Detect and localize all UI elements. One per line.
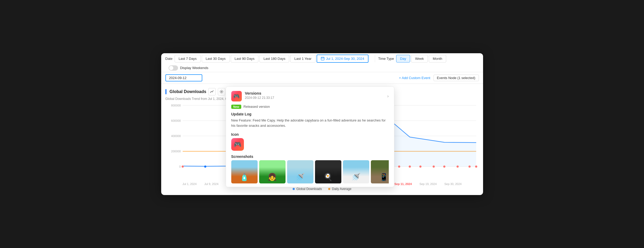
svg-point-37 bbox=[432, 166, 435, 168]
display-weekends-label: Display Weekends bbox=[180, 66, 208, 70]
svg-point-41 bbox=[475, 166, 477, 168]
popup-badges: New Released version bbox=[231, 105, 389, 109]
svg-point-36 bbox=[419, 166, 421, 168]
svg-text:200000: 200000 bbox=[171, 150, 181, 153]
icon-section-title: Icon bbox=[231, 132, 389, 137]
legend-dot-average bbox=[328, 188, 330, 190]
divider bbox=[375, 55, 375, 62]
add-custom-event-button[interactable]: + Add Custom Event bbox=[399, 76, 430, 80]
screenshots-row bbox=[231, 160, 389, 183]
popup-title: Versions bbox=[245, 91, 384, 95]
legend-daily-average: Daily Average bbox=[328, 187, 351, 191]
app-icon bbox=[231, 91, 242, 101]
svg-text:400000: 400000 bbox=[171, 134, 181, 138]
badge-new: New bbox=[231, 105, 242, 109]
tab-180d[interactable]: Last 180 Days bbox=[259, 55, 289, 62]
second-bar: + Add Custom Event Events Node (1 select… bbox=[161, 72, 483, 84]
chevron-right-icon: › bbox=[387, 94, 389, 99]
chart-legend: Global Downloads Daily Average bbox=[165, 187, 479, 193]
tab-7d[interactable]: Last 7 Days bbox=[175, 55, 201, 62]
date-input[interactable] bbox=[165, 74, 202, 81]
svg-point-38 bbox=[443, 166, 445, 168]
screenshot-4 bbox=[315, 160, 341, 183]
svg-text:600000: 600000 bbox=[171, 119, 181, 122]
line-chart-icon bbox=[210, 90, 214, 94]
update-log-text: New Feature: Feed Me Capy. Help the ador… bbox=[231, 118, 389, 129]
screenshot-3 bbox=[287, 160, 313, 183]
chart-line-icon-button[interactable] bbox=[208, 88, 216, 95]
icon-preview bbox=[231, 138, 244, 151]
display-weekends-toggle-container: Display Weekends bbox=[169, 65, 208, 71]
svg-text:800000: 800000 bbox=[171, 104, 181, 107]
svg-point-4 bbox=[221, 91, 222, 92]
time-type-month[interactable]: Month bbox=[429, 55, 446, 62]
chart-title: Global Downloads bbox=[170, 89, 207, 94]
screenshots-title: Screenshots bbox=[231, 154, 389, 159]
svg-text:0: 0 bbox=[179, 165, 181, 168]
screenshot-1 bbox=[231, 160, 258, 183]
screenshot-6 bbox=[371, 160, 389, 183]
time-type-label: Time Type bbox=[378, 57, 394, 61]
legend-label-average: Daily Average bbox=[332, 187, 351, 191]
svg-point-39 bbox=[456, 166, 459, 168]
update-log-title: Update Log bbox=[231, 112, 389, 116]
x-label-11: Sep 30, 2024 bbox=[444, 182, 461, 186]
date-range-label: Jul 1, 2024-Sep 30, 2024 bbox=[326, 57, 364, 61]
right-actions: + Add Custom Event Events Node (1 select… bbox=[399, 75, 479, 81]
x-label-1: Jul 9, 2024 bbox=[204, 182, 218, 186]
svg-point-40 bbox=[468, 166, 470, 168]
popup-date: 2024-09-12 21:33:17 bbox=[245, 96, 384, 100]
chart-settings-icon-button[interactable] bbox=[218, 88, 225, 95]
legend-global-downloads: Global Downloads bbox=[293, 187, 322, 191]
x-label-0: Jul 1, 2024 bbox=[183, 182, 197, 186]
events-node-button[interactable]: Events Node (1 selected) bbox=[434, 75, 479, 81]
date-range-button[interactable]: Jul 1, 2024-Sep 30, 2024 bbox=[317, 55, 368, 63]
screenshot-2 bbox=[259, 160, 286, 183]
screenshot-5 bbox=[343, 160, 369, 183]
popup-header-row: Versions 2024-09-12 21:33:17 › bbox=[231, 91, 389, 101]
icon-section: Icon bbox=[231, 132, 389, 151]
settings-icon bbox=[219, 90, 224, 94]
versions-popup[interactable]: Versions 2024-09-12 21:33:17 › New Relea… bbox=[226, 86, 394, 187]
x-label-10: Sep 19, 2024 bbox=[419, 182, 436, 186]
display-weekends-toggle[interactable] bbox=[169, 65, 178, 71]
calendar-icon bbox=[321, 57, 325, 60]
svg-point-34 bbox=[398, 166, 400, 168]
badge-released: Released version bbox=[243, 105, 270, 109]
svg-rect-0 bbox=[321, 57, 324, 60]
tab-90d[interactable]: Last 90 Days bbox=[231, 55, 259, 62]
svg-point-18 bbox=[181, 166, 184, 168]
version-info: Versions 2024-09-12 21:33:17 bbox=[245, 91, 384, 100]
tab-30d[interactable]: Last 30 Days bbox=[202, 55, 230, 62]
tab-1y[interactable]: Last 1 Year bbox=[290, 55, 315, 62]
popup-content: Versions 2024-09-12 21:33:17 › New Relea… bbox=[226, 87, 394, 187]
chart-accent-bar bbox=[165, 89, 166, 94]
svg-point-19 bbox=[204, 166, 206, 168]
time-type-day[interactable]: Day bbox=[396, 55, 410, 62]
legend-label-downloads: Global Downloads bbox=[296, 187, 322, 191]
x-label-9: Sep 11, 2024 bbox=[394, 182, 412, 186]
svg-point-35 bbox=[409, 166, 411, 168]
legend-dot-downloads bbox=[293, 188, 295, 190]
date-label: Date bbox=[165, 57, 173, 61]
time-type-week[interactable]: Week bbox=[411, 55, 428, 62]
